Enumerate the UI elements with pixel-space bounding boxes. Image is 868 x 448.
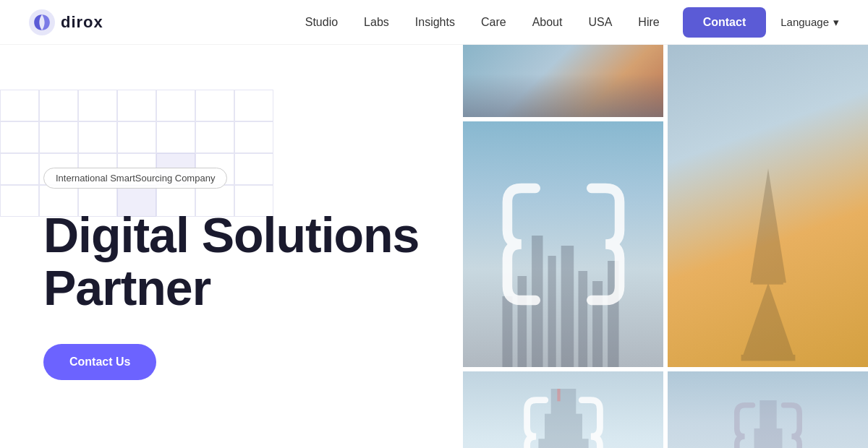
svg-marker-2	[741, 283, 795, 361]
grid-cell	[39, 121, 78, 153]
logo-text: dirox	[61, 13, 103, 32]
nav-studio[interactable]: Studio	[305, 16, 338, 29]
nav-labs[interactable]: Labs	[364, 16, 389, 29]
grid-cell	[0, 90, 39, 121]
chevron-down-icon: ▾	[833, 16, 839, 29]
nav-usa[interactable]: USA	[588, 16, 612, 29]
svg-rect-11	[579, 271, 588, 367]
city-skyline	[463, 195, 663, 367]
grid-cell	[195, 90, 234, 121]
svg-rect-13	[608, 261, 618, 367]
tower-building	[513, 389, 613, 448]
main-content: International SmartSourcing Company Digi…	[0, 0, 868, 448]
logo-icon	[29, 9, 55, 35]
navbar: dirox Studio Labs Insights Care About US…	[0, 0, 868, 45]
language-button[interactable]: Language ▾	[780, 16, 839, 29]
hero-title: Digital Solutions Partner	[43, 209, 420, 315]
svg-rect-7	[518, 276, 527, 367]
image-tower-right	[668, 371, 868, 448]
grid-cell	[234, 121, 273, 153]
grid-cell	[195, 121, 234, 153]
image-tower-bottom	[463, 371, 663, 448]
svg-rect-5	[759, 241, 777, 244]
contact-button[interactable]: Contact	[683, 7, 767, 38]
grid-cell	[0, 153, 39, 185]
image-city-bridge	[463, 45, 663, 117]
image-hongkong	[463, 121, 663, 367]
grid-cell	[39, 90, 78, 121]
grid-cell	[234, 90, 273, 121]
svg-rect-9	[548, 256, 556, 367]
nav-about[interactable]: About	[532, 16, 563, 29]
svg-point-0	[29, 9, 55, 35]
svg-rect-16	[538, 439, 588, 448]
grid-cell	[78, 121, 117, 153]
grid-cell	[117, 90, 156, 121]
svg-rect-17	[557, 389, 560, 401]
hero-section: International SmartSourcing Company Digi…	[0, 45, 463, 448]
hero-tag: International SmartSourcing Company	[43, 168, 227, 189]
grid-cell	[78, 90, 117, 121]
eiffel-decoration	[707, 163, 827, 367]
grid-cell	[156, 90, 195, 121]
grid-cell	[117, 121, 156, 153]
grid-cell	[0, 121, 39, 153]
svg-rect-19	[754, 428, 782, 448]
nav-insights[interactable]: Insights	[415, 16, 455, 29]
svg-rect-12	[592, 281, 603, 367]
svg-rect-4	[753, 280, 783, 285]
nav-links: Studio Labs Insights Care About USA Hire	[305, 16, 660, 29]
nav-care[interactable]: Care	[481, 16, 506, 29]
svg-rect-8	[532, 236, 542, 367]
grid-cell	[0, 185, 39, 217]
logo[interactable]: dirox	[29, 9, 103, 35]
svg-rect-6	[503, 296, 513, 367]
image-grid-section	[463, 45, 868, 448]
tall-building	[723, 400, 813, 448]
cta-button[interactable]: Contact Us	[43, 344, 156, 380]
svg-rect-3	[741, 355, 795, 361]
image-eiffel	[668, 45, 868, 367]
nav-hire[interactable]: Hire	[638, 16, 659, 29]
image-grid	[463, 45, 868, 448]
svg-marker-1	[750, 169, 786, 283]
language-label: Language	[780, 16, 829, 28]
grid-cell	[156, 121, 195, 153]
svg-rect-10	[561, 246, 574, 367]
